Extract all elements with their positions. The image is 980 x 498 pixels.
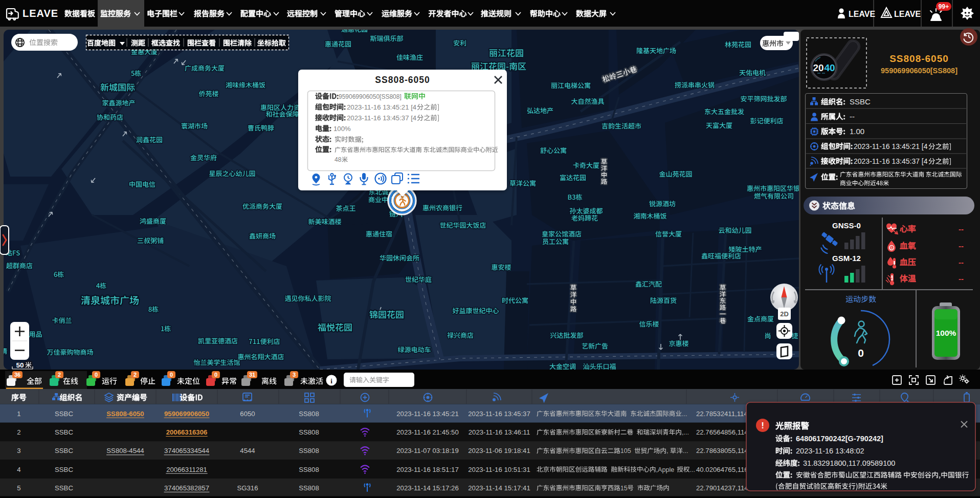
svg-text:,...: ,...	[682, 429, 689, 436]
svg-text:LEAVE: LEAVE	[849, 10, 875, 18]
svg-text:20: 20	[813, 62, 823, 73]
svg-text:1.00: 1.00	[850, 127, 864, 136]
svg-text:15: 15	[620, 485, 628, 492]
svg-text:2: 2	[17, 428, 20, 436]
svg-text:GSM-12: GSM-12	[832, 254, 861, 263]
svg-text:648061790242[G-790242]: 648061790242[G-790242]	[796, 435, 883, 443]
svg-text:--: --	[850, 112, 855, 121]
svg-text:31: 31	[249, 372, 255, 378]
svg-text:3: 3	[17, 447, 20, 454]
svg-text:SS808-4544: SS808-4544	[106, 447, 144, 454]
svg-text:SS808-6050: SS808-6050	[889, 53, 949, 64]
svg-text:3: 3	[293, 372, 296, 378]
svg-text:0: 0	[214, 372, 217, 378]
svg-text:2D: 2D	[780, 310, 789, 318]
svg-text:--: --	[959, 242, 964, 250]
svg-text:959069906050[SS808]: 959069906050[SS808]	[339, 93, 402, 100]
svg-text:SS808: SS808	[299, 466, 319, 473]
svg-text:SSBC: SSBC	[55, 447, 73, 454]
svg-text:6050: 6050	[240, 410, 255, 418]
svg-text:!: !	[761, 421, 764, 430]
svg-text:SS808: SS808	[299, 428, 319, 436]
svg-text:5: 5	[17, 484, 20, 492]
svg-text:0: 0	[95, 372, 98, 378]
svg-text:LEAVE: LEAVE	[23, 8, 58, 19]
svg-text:2023-11-07 03:18:19: 2023-11-07 03:18:19	[396, 447, 458, 454]
svg-text:--: --	[959, 258, 964, 267]
svg-text:SS808-6050: SS808-6050	[375, 75, 430, 85]
svg-text:99+: 99+	[939, 3, 949, 10]
svg-text:22.79014237,114.4: 22.79014237,114.4	[696, 484, 754, 492]
svg-text:1: 1	[17, 410, 20, 418]
svg-text:2023-11-16 13:45:21: 2023-11-16 13:45:21	[396, 410, 458, 418]
svg-text:2023-11-06 19:18:41: 2023-11-06 19:18:41	[468, 447, 530, 454]
svg-text:2023-11-16 13:45:21 [4: 2023-11-16 13:45:21 [4	[854, 142, 928, 150]
svg-text:2: 2	[58, 372, 61, 378]
svg-text:2023-11-16 13:48:02: 2023-11-16 13:48:02	[796, 447, 864, 455]
svg-text:2023-11-14 15:17:41: 2023-11-14 15:17:41	[468, 484, 530, 492]
svg-text:50: 50	[16, 361, 24, 369]
svg-text:...: ...	[682, 410, 687, 418]
svg-text:36: 36	[14, 372, 20, 378]
svg-text:,Apple: ,Apple	[656, 466, 675, 473]
svg-text:2023-11-16 21:45:50: 2023-11-16 21:45:50	[396, 428, 458, 436]
svg-text:SS808: SS808	[299, 447, 319, 454]
svg-text:0: 0	[170, 372, 173, 378]
svg-text:959069906050: 959069906050	[164, 410, 209, 418]
svg-text:--: --	[959, 225, 964, 233]
svg-text:SSBC: SSBC	[850, 97, 871, 106]
svg-text:105: 105	[620, 447, 631, 454]
svg-text:48: 48	[335, 156, 342, 163]
svg-text:SS808: SS808	[299, 484, 319, 492]
svg-text:SSBC: SSBC	[55, 410, 73, 418]
svg-text:SSBC: SSBC	[55, 428, 73, 436]
svg-text:2023-11-16 13:45:37 [4: 2023-11-16 13:45:37 [4	[854, 157, 928, 165]
svg-text:374065382857: 374065382857	[164, 484, 209, 492]
svg-text:GNSS-0: GNSS-0	[832, 221, 861, 230]
svg-text:2023-11-16 13:46:11: 2023-11-16 13:46:11	[469, 428, 530, 436]
svg-text:2023-11-16 13:45:21 [4: 2023-11-16 13:45:21 [4	[347, 103, 416, 111]
svg-text:374065334544: 374065334544	[164, 447, 209, 454]
svg-text:4: 4	[17, 466, 20, 473]
svg-text:2023-11-16 10:51:31: 2023-11-16 10:51:31	[468, 466, 530, 473]
svg-text:100%: 100%	[936, 329, 956, 337]
svg-text:20066311281: 20066311281	[166, 466, 207, 473]
svg-text:40.02064765,116.4: 40.02064765,116.4	[696, 466, 754, 473]
svg-text:22.78638055,114.4: 22.78638055,114.4	[696, 447, 754, 454]
svg-text:SSBC: SSBC	[55, 484, 73, 492]
svg-text:SS808-6050: SS808-6050	[106, 410, 144, 418]
svg-text:2023-11-16 13:45:37 [4: 2023-11-16 13:45:37 [4	[347, 114, 416, 122]
svg-text:0: 0	[858, 347, 864, 359]
svg-text:SG316: SG316	[237, 484, 258, 492]
svg-text:22.76564856,114.4: 22.76564856,114.4	[696, 428, 754, 436]
svg-text:i: i	[330, 377, 332, 385]
svg-text:SS808: SS808	[299, 410, 319, 418]
svg-text:2023-11-16 18:51:17: 2023-11-16 18:51:17	[396, 466, 458, 473]
svg-text:20066316306: 20066316306	[166, 428, 208, 436]
svg-text:SSBC: SSBC	[55, 466, 73, 473]
svg-text:2023-11-16 13:45:37: 2023-11-16 13:45:37	[468, 410, 530, 418]
svg-text:4544: 4544	[240, 447, 255, 454]
svg-text:...: ...	[683, 447, 688, 454]
svg-text:100%: 100%	[333, 125, 351, 133]
svg-text:--: --	[959, 274, 964, 283]
svg-text:2: 2	[133, 372, 137, 378]
svg-text:...: ...	[690, 466, 696, 473]
svg-text:2023-11-14 15:17:26: 2023-11-14 15:17:26	[396, 484, 458, 492]
svg-text:31.83291800,117.09589100: 31.83291800,117.09589100	[803, 459, 895, 467]
svg-text:,: ,	[666, 447, 669, 454]
svg-text:959069906050[SS808]: 959069906050[SS808]	[881, 67, 957, 75]
svg-text:40: 40	[824, 62, 835, 73]
svg-text:LEAVE: LEAVE	[894, 10, 921, 18]
svg-text:O₂: O₂	[889, 246, 894, 250]
svg-text:22.78532411,114.4: 22.78532411,114.4	[696, 410, 753, 418]
